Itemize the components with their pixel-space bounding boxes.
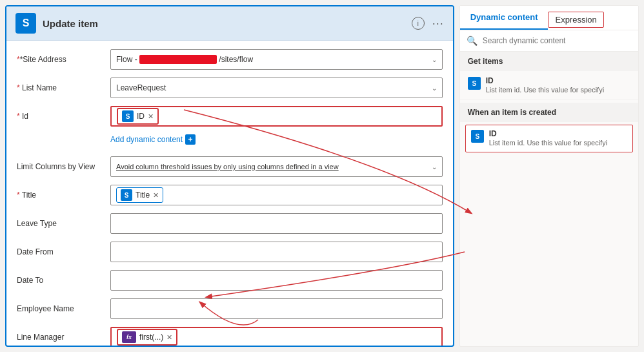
fx-token-icon: fx [122, 331, 136, 343]
sharepoint-token-icon: S [121, 189, 132, 201]
form-body: **Site Address Flow - /sites/flow ⌄ [6, 41, 453, 346]
id-token[interactable]: S ID ✕ [117, 108, 159, 125]
tab-bar: Dynamic content Expression [460, 6, 638, 30]
limit-columns-row: Limit Columns by View Avoid column thres… [17, 156, 443, 178]
tab-expression[interactable]: Expression [548, 12, 603, 28]
title-label: * Title [17, 191, 110, 200]
search-icon: 🔍 [467, 36, 478, 46]
date-from-row: Date From [17, 241, 443, 263]
limit-columns-label: Limit Columns by View [17, 162, 110, 171]
id-token-close[interactable]: ✕ [148, 112, 154, 121]
date-to-label: Date To [17, 276, 110, 285]
chevron-down-icon: ⌄ [432, 56, 437, 63]
redacted-content [139, 55, 217, 64]
when-created-id-desc: List item id. Use this value for specify… [489, 138, 627, 147]
get-items-id-item[interactable]: S ID List item id. Use this value for sp… [460, 71, 638, 100]
site-address-row: **Site Address Flow - /sites/flow ⌄ [17, 48, 443, 70]
line-manager-token[interactable]: fx first(...) ✕ [117, 329, 177, 346]
when-created-id-title: ID [489, 129, 627, 138]
section-get-items: Get items [460, 52, 638, 71]
leave-type-label: Leave Type [17, 219, 110, 228]
panel-title: Update item [43, 18, 98, 29]
search-box: 🔍 [460, 30, 638, 52]
title-token-close[interactable]: ✕ [153, 191, 159, 200]
employee-name-field[interactable] [110, 298, 443, 319]
dynamic-item-icon: S [468, 77, 481, 90]
dynamic-item-icon-2: S [471, 130, 484, 143]
site-address-label: **Site Address [17, 55, 110, 64]
line-manager-token-close[interactable]: ✕ [166, 333, 172, 342]
limit-columns-select[interactable]: Avoid column threshold issues by only us… [110, 156, 443, 177]
panel-header: S Update item i ··· [6, 6, 453, 41]
update-item-panel: S Update item i ··· **Site Address [5, 5, 454, 347]
id-label: * Id [17, 112, 110, 121]
tab-dynamic-content[interactable]: Dynamic content [460, 6, 548, 30]
dynamic-content-panel: Dynamic content Expression 🔍 Get items S [459, 5, 639, 347]
date-to-row: Date To [17, 269, 443, 291]
header-left: S Update item [15, 13, 98, 34]
site-address-select[interactable]: Flow - /sites/flow ⌄ [110, 49, 443, 70]
title-field[interactable]: S Title ✕ [110, 185, 443, 205]
more-options-icon[interactable]: ··· [432, 17, 444, 30]
line-manager-row: Line Manager fx first(...) ✕ [17, 326, 443, 346]
header-right: i ··· [412, 17, 444, 30]
leave-type-row: Leave Type [17, 212, 443, 234]
date-from-field[interactable] [110, 242, 443, 262]
chevron-down-icon: ⌄ [432, 163, 437, 171]
title-token[interactable]: S Title ✕ [116, 187, 163, 203]
employee-name-row: Employee Name [17, 298, 443, 320]
sharepoint-logo: S [15, 13, 36, 34]
dynamic-content-list: Get items S ID List item id. Use this va… [460, 52, 638, 346]
line-manager-label: Line Manager [17, 333, 110, 342]
when-created-id-item[interactable]: S ID List item id. Use this value for sp… [465, 125, 633, 152]
sharepoint-token-icon: S [122, 110, 134, 122]
id-row: * Id S ID ✕ [17, 105, 443, 127]
list-name-row: * List Name LeaveRequest ⌄ [17, 77, 443, 99]
title-row: * Title S Title ✕ [17, 184, 443, 206]
search-input[interactable] [483, 36, 632, 45]
list-name-label: * List Name [17, 83, 110, 92]
add-dynamic-row: Add dynamic content + [17, 131, 443, 153]
add-dynamic-content-button[interactable]: Add dynamic content + [110, 134, 196, 145]
section-when-item-created: When an item is created [460, 103, 638, 122]
id-field[interactable]: S ID ✕ [110, 106, 443, 127]
chevron-down-icon: ⌄ [432, 85, 437, 92]
employee-name-label: Employee Name [17, 304, 110, 313]
date-from-label: Date From [17, 247, 110, 256]
info-icon[interactable]: i [412, 17, 425, 30]
leave-type-field[interactable] [110, 213, 443, 234]
date-to-field[interactable] [110, 270, 443, 291]
add-plus-icon: + [185, 134, 196, 145]
list-name-select[interactable]: LeaveRequest ⌄ [110, 78, 443, 98]
get-items-id-title: ID [486, 76, 630, 85]
get-items-id-desc: List item id. Use this value for specify… [486, 85, 630, 94]
line-manager-field[interactable]: fx first(...) ✕ [110, 327, 443, 346]
